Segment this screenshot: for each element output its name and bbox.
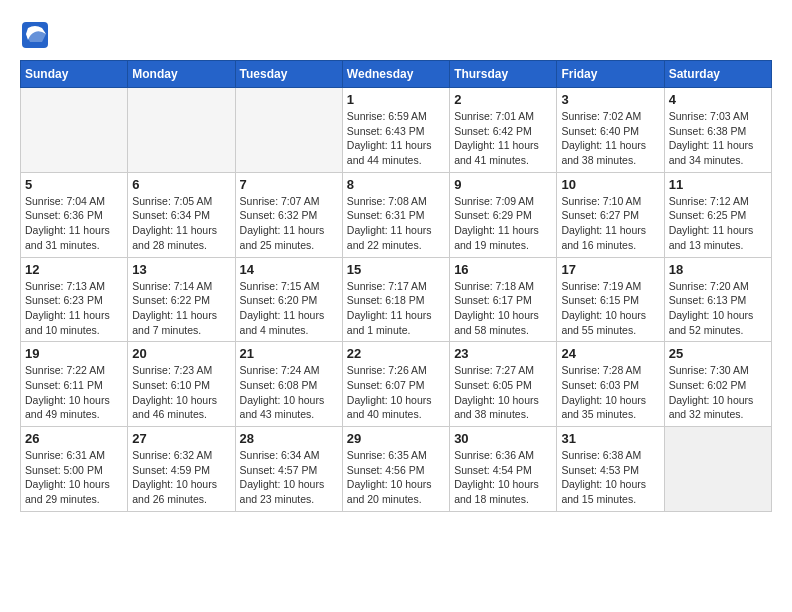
- calendar-header: SundayMondayTuesdayWednesdayThursdayFrid…: [21, 61, 772, 88]
- day-number: 22: [347, 346, 445, 361]
- day-number: 16: [454, 262, 552, 277]
- calendar-cell: 8Sunrise: 7:08 AM Sunset: 6:31 PM Daylig…: [342, 172, 449, 257]
- day-number: 13: [132, 262, 230, 277]
- calendar-cell: 6Sunrise: 7:05 AM Sunset: 6:34 PM Daylig…: [128, 172, 235, 257]
- calendar-cell: [664, 427, 771, 512]
- day-number: 12: [25, 262, 123, 277]
- calendar-cell: 29Sunrise: 6:35 AM Sunset: 4:56 PM Dayli…: [342, 427, 449, 512]
- cell-info: Sunrise: 7:13 AM Sunset: 6:23 PM Dayligh…: [25, 279, 123, 338]
- calendar-cell: [21, 88, 128, 173]
- calendar-cell: 9Sunrise: 7:09 AM Sunset: 6:29 PM Daylig…: [450, 172, 557, 257]
- day-number: 9: [454, 177, 552, 192]
- cell-info: Sunrise: 7:10 AM Sunset: 6:27 PM Dayligh…: [561, 194, 659, 253]
- day-number: 26: [25, 431, 123, 446]
- calendar-cell: 20Sunrise: 7:23 AM Sunset: 6:10 PM Dayli…: [128, 342, 235, 427]
- calendar-cell: 12Sunrise: 7:13 AM Sunset: 6:23 PM Dayli…: [21, 257, 128, 342]
- day-number: 4: [669, 92, 767, 107]
- calendar-cell: 30Sunrise: 6:36 AM Sunset: 4:54 PM Dayli…: [450, 427, 557, 512]
- calendar-cell: 25Sunrise: 7:30 AM Sunset: 6:02 PM Dayli…: [664, 342, 771, 427]
- calendar-cell: [128, 88, 235, 173]
- cell-info: Sunrise: 7:18 AM Sunset: 6:17 PM Dayligh…: [454, 279, 552, 338]
- cell-info: Sunrise: 7:01 AM Sunset: 6:42 PM Dayligh…: [454, 109, 552, 168]
- calendar-cell: 1Sunrise: 6:59 AM Sunset: 6:43 PM Daylig…: [342, 88, 449, 173]
- cell-info: Sunrise: 7:05 AM Sunset: 6:34 PM Dayligh…: [132, 194, 230, 253]
- cell-info: Sunrise: 7:15 AM Sunset: 6:20 PM Dayligh…: [240, 279, 338, 338]
- calendar-body: 1Sunrise: 6:59 AM Sunset: 6:43 PM Daylig…: [21, 88, 772, 512]
- day-number: 28: [240, 431, 338, 446]
- weekday-header: Tuesday: [235, 61, 342, 88]
- day-number: 14: [240, 262, 338, 277]
- calendar-week-row: 12Sunrise: 7:13 AM Sunset: 6:23 PM Dayli…: [21, 257, 772, 342]
- cell-info: Sunrise: 6:38 AM Sunset: 4:53 PM Dayligh…: [561, 448, 659, 507]
- weekday-row: SundayMondayTuesdayWednesdayThursdayFrid…: [21, 61, 772, 88]
- day-number: 5: [25, 177, 123, 192]
- cell-info: Sunrise: 7:09 AM Sunset: 6:29 PM Dayligh…: [454, 194, 552, 253]
- calendar-cell: 4Sunrise: 7:03 AM Sunset: 6:38 PM Daylig…: [664, 88, 771, 173]
- day-number: 30: [454, 431, 552, 446]
- day-number: 20: [132, 346, 230, 361]
- cell-info: Sunrise: 7:14 AM Sunset: 6:22 PM Dayligh…: [132, 279, 230, 338]
- calendar-cell: 15Sunrise: 7:17 AM Sunset: 6:18 PM Dayli…: [342, 257, 449, 342]
- header: [20, 20, 772, 50]
- calendar-cell: 13Sunrise: 7:14 AM Sunset: 6:22 PM Dayli…: [128, 257, 235, 342]
- day-number: 25: [669, 346, 767, 361]
- calendar-cell: 22Sunrise: 7:26 AM Sunset: 6:07 PM Dayli…: [342, 342, 449, 427]
- day-number: 1: [347, 92, 445, 107]
- calendar-cell: 26Sunrise: 6:31 AM Sunset: 5:00 PM Dayli…: [21, 427, 128, 512]
- day-number: 18: [669, 262, 767, 277]
- cell-info: Sunrise: 7:26 AM Sunset: 6:07 PM Dayligh…: [347, 363, 445, 422]
- calendar-cell: 7Sunrise: 7:07 AM Sunset: 6:32 PM Daylig…: [235, 172, 342, 257]
- day-number: 31: [561, 431, 659, 446]
- cell-info: Sunrise: 6:32 AM Sunset: 4:59 PM Dayligh…: [132, 448, 230, 507]
- cell-info: Sunrise: 6:34 AM Sunset: 4:57 PM Dayligh…: [240, 448, 338, 507]
- weekday-header: Wednesday: [342, 61, 449, 88]
- weekday-header: Sunday: [21, 61, 128, 88]
- day-number: 21: [240, 346, 338, 361]
- cell-info: Sunrise: 7:17 AM Sunset: 6:18 PM Dayligh…: [347, 279, 445, 338]
- weekday-header: Friday: [557, 61, 664, 88]
- calendar-week-row: 19Sunrise: 7:22 AM Sunset: 6:11 PM Dayli…: [21, 342, 772, 427]
- calendar-cell: 16Sunrise: 7:18 AM Sunset: 6:17 PM Dayli…: [450, 257, 557, 342]
- day-number: 6: [132, 177, 230, 192]
- calendar-cell: 31Sunrise: 6:38 AM Sunset: 4:53 PM Dayli…: [557, 427, 664, 512]
- day-number: 19: [25, 346, 123, 361]
- calendar-cell: 2Sunrise: 7:01 AM Sunset: 6:42 PM Daylig…: [450, 88, 557, 173]
- calendar-cell: 10Sunrise: 7:10 AM Sunset: 6:27 PM Dayli…: [557, 172, 664, 257]
- cell-info: Sunrise: 7:12 AM Sunset: 6:25 PM Dayligh…: [669, 194, 767, 253]
- calendar-cell: 14Sunrise: 7:15 AM Sunset: 6:20 PM Dayli…: [235, 257, 342, 342]
- logo-icon: [20, 20, 50, 50]
- cell-info: Sunrise: 6:35 AM Sunset: 4:56 PM Dayligh…: [347, 448, 445, 507]
- calendar-cell: 19Sunrise: 7:22 AM Sunset: 6:11 PM Dayli…: [21, 342, 128, 427]
- cell-info: Sunrise: 7:02 AM Sunset: 6:40 PM Dayligh…: [561, 109, 659, 168]
- calendar-cell: 5Sunrise: 7:04 AM Sunset: 6:36 PM Daylig…: [21, 172, 128, 257]
- calendar-week-row: 1Sunrise: 6:59 AM Sunset: 6:43 PM Daylig…: [21, 88, 772, 173]
- cell-info: Sunrise: 7:07 AM Sunset: 6:32 PM Dayligh…: [240, 194, 338, 253]
- day-number: 24: [561, 346, 659, 361]
- calendar-week-row: 26Sunrise: 6:31 AM Sunset: 5:00 PM Dayli…: [21, 427, 772, 512]
- calendar-week-row: 5Sunrise: 7:04 AM Sunset: 6:36 PM Daylig…: [21, 172, 772, 257]
- calendar-cell: 23Sunrise: 7:27 AM Sunset: 6:05 PM Dayli…: [450, 342, 557, 427]
- weekday-header: Monday: [128, 61, 235, 88]
- weekday-header: Saturday: [664, 61, 771, 88]
- cell-info: Sunrise: 7:28 AM Sunset: 6:03 PM Dayligh…: [561, 363, 659, 422]
- calendar-cell: 17Sunrise: 7:19 AM Sunset: 6:15 PM Dayli…: [557, 257, 664, 342]
- logo: [20, 20, 54, 50]
- weekday-header: Thursday: [450, 61, 557, 88]
- cell-info: Sunrise: 7:23 AM Sunset: 6:10 PM Dayligh…: [132, 363, 230, 422]
- calendar-cell: 21Sunrise: 7:24 AM Sunset: 6:08 PM Dayli…: [235, 342, 342, 427]
- calendar-cell: 18Sunrise: 7:20 AM Sunset: 6:13 PM Dayli…: [664, 257, 771, 342]
- day-number: 7: [240, 177, 338, 192]
- calendar: SundayMondayTuesdayWednesdayThursdayFrid…: [20, 60, 772, 512]
- calendar-cell: 11Sunrise: 7:12 AM Sunset: 6:25 PM Dayli…: [664, 172, 771, 257]
- cell-info: Sunrise: 7:04 AM Sunset: 6:36 PM Dayligh…: [25, 194, 123, 253]
- cell-info: Sunrise: 6:59 AM Sunset: 6:43 PM Dayligh…: [347, 109, 445, 168]
- cell-info: Sunrise: 7:03 AM Sunset: 6:38 PM Dayligh…: [669, 109, 767, 168]
- day-number: 8: [347, 177, 445, 192]
- cell-info: Sunrise: 7:30 AM Sunset: 6:02 PM Dayligh…: [669, 363, 767, 422]
- day-number: 23: [454, 346, 552, 361]
- calendar-cell: 3Sunrise: 7:02 AM Sunset: 6:40 PM Daylig…: [557, 88, 664, 173]
- day-number: 11: [669, 177, 767, 192]
- day-number: 27: [132, 431, 230, 446]
- day-number: 17: [561, 262, 659, 277]
- calendar-cell: 24Sunrise: 7:28 AM Sunset: 6:03 PM Dayli…: [557, 342, 664, 427]
